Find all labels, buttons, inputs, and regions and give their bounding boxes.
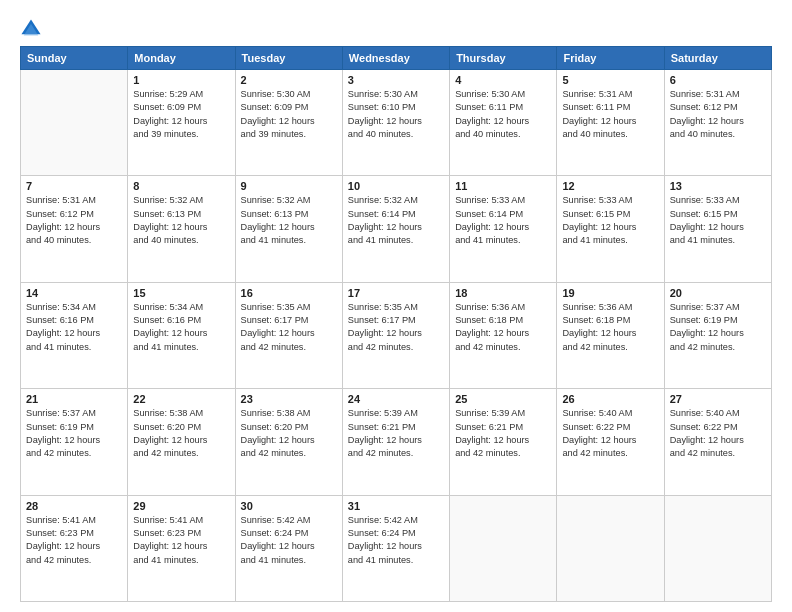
day-info: Sunrise: 5:39 AM Sunset: 6:21 PM Dayligh… [348, 407, 444, 460]
day-info: Sunrise: 5:40 AM Sunset: 6:22 PM Dayligh… [670, 407, 766, 460]
day-number: 4 [455, 74, 551, 86]
day-info: Sunrise: 5:30 AM Sunset: 6:09 PM Dayligh… [241, 88, 337, 141]
day-info: Sunrise: 5:37 AM Sunset: 6:19 PM Dayligh… [670, 301, 766, 354]
calendar-cell: 30Sunrise: 5:42 AM Sunset: 6:24 PM Dayli… [235, 495, 342, 601]
day-info: Sunrise: 5:29 AM Sunset: 6:09 PM Dayligh… [133, 88, 229, 141]
calendar-cell: 29Sunrise: 5:41 AM Sunset: 6:23 PM Dayli… [128, 495, 235, 601]
logo [20, 18, 46, 40]
calendar-cell: 27Sunrise: 5:40 AM Sunset: 6:22 PM Dayli… [664, 389, 771, 495]
calendar-cell [557, 495, 664, 601]
logo-icon [20, 18, 42, 40]
day-number: 1 [133, 74, 229, 86]
calendar-cell: 11Sunrise: 5:33 AM Sunset: 6:14 PM Dayli… [450, 176, 557, 282]
calendar-week-row: 1Sunrise: 5:29 AM Sunset: 6:09 PM Daylig… [21, 70, 772, 176]
day-number: 5 [562, 74, 658, 86]
calendar-header-row: SundayMondayTuesdayWednesdayThursdayFrid… [21, 47, 772, 70]
page: SundayMondayTuesdayWednesdayThursdayFrid… [0, 0, 792, 612]
calendar-cell: 21Sunrise: 5:37 AM Sunset: 6:19 PM Dayli… [21, 389, 128, 495]
day-info: Sunrise: 5:30 AM Sunset: 6:10 PM Dayligh… [348, 88, 444, 141]
day-info: Sunrise: 5:31 AM Sunset: 6:11 PM Dayligh… [562, 88, 658, 141]
day-number: 11 [455, 180, 551, 192]
day-info: Sunrise: 5:41 AM Sunset: 6:23 PM Dayligh… [133, 514, 229, 567]
day-info: Sunrise: 5:39 AM Sunset: 6:21 PM Dayligh… [455, 407, 551, 460]
col-header-tuesday: Tuesday [235, 47, 342, 70]
col-header-monday: Monday [128, 47, 235, 70]
day-number: 14 [26, 287, 122, 299]
calendar-cell: 14Sunrise: 5:34 AM Sunset: 6:16 PM Dayli… [21, 282, 128, 388]
calendar-cell [21, 70, 128, 176]
calendar-cell: 3Sunrise: 5:30 AM Sunset: 6:10 PM Daylig… [342, 70, 449, 176]
calendar-week-row: 7Sunrise: 5:31 AM Sunset: 6:12 PM Daylig… [21, 176, 772, 282]
day-info: Sunrise: 5:31 AM Sunset: 6:12 PM Dayligh… [26, 194, 122, 247]
day-info: Sunrise: 5:35 AM Sunset: 6:17 PM Dayligh… [348, 301, 444, 354]
day-number: 9 [241, 180, 337, 192]
day-info: Sunrise: 5:33 AM Sunset: 6:15 PM Dayligh… [562, 194, 658, 247]
calendar-cell: 1Sunrise: 5:29 AM Sunset: 6:09 PM Daylig… [128, 70, 235, 176]
day-info: Sunrise: 5:42 AM Sunset: 6:24 PM Dayligh… [241, 514, 337, 567]
day-info: Sunrise: 5:34 AM Sunset: 6:16 PM Dayligh… [26, 301, 122, 354]
calendar-cell: 22Sunrise: 5:38 AM Sunset: 6:20 PM Dayli… [128, 389, 235, 495]
day-info: Sunrise: 5:31 AM Sunset: 6:12 PM Dayligh… [670, 88, 766, 141]
calendar-cell: 24Sunrise: 5:39 AM Sunset: 6:21 PM Dayli… [342, 389, 449, 495]
day-number: 28 [26, 500, 122, 512]
header [20, 18, 772, 40]
calendar-cell: 6Sunrise: 5:31 AM Sunset: 6:12 PM Daylig… [664, 70, 771, 176]
day-number: 12 [562, 180, 658, 192]
day-number: 20 [670, 287, 766, 299]
calendar-cell: 17Sunrise: 5:35 AM Sunset: 6:17 PM Dayli… [342, 282, 449, 388]
day-info: Sunrise: 5:33 AM Sunset: 6:14 PM Dayligh… [455, 194, 551, 247]
day-info: Sunrise: 5:32 AM Sunset: 6:13 PM Dayligh… [241, 194, 337, 247]
day-number: 25 [455, 393, 551, 405]
day-number: 23 [241, 393, 337, 405]
col-header-saturday: Saturday [664, 47, 771, 70]
calendar-cell: 2Sunrise: 5:30 AM Sunset: 6:09 PM Daylig… [235, 70, 342, 176]
calendar-cell: 5Sunrise: 5:31 AM Sunset: 6:11 PM Daylig… [557, 70, 664, 176]
day-number: 7 [26, 180, 122, 192]
calendar-cell [450, 495, 557, 601]
calendar-cell: 28Sunrise: 5:41 AM Sunset: 6:23 PM Dayli… [21, 495, 128, 601]
day-number: 6 [670, 74, 766, 86]
day-number: 16 [241, 287, 337, 299]
calendar-cell: 20Sunrise: 5:37 AM Sunset: 6:19 PM Dayli… [664, 282, 771, 388]
day-number: 31 [348, 500, 444, 512]
day-info: Sunrise: 5:36 AM Sunset: 6:18 PM Dayligh… [562, 301, 658, 354]
day-info: Sunrise: 5:41 AM Sunset: 6:23 PM Dayligh… [26, 514, 122, 567]
day-number: 18 [455, 287, 551, 299]
day-info: Sunrise: 5:36 AM Sunset: 6:18 PM Dayligh… [455, 301, 551, 354]
calendar-cell: 10Sunrise: 5:32 AM Sunset: 6:14 PM Dayli… [342, 176, 449, 282]
calendar-cell: 13Sunrise: 5:33 AM Sunset: 6:15 PM Dayli… [664, 176, 771, 282]
day-info: Sunrise: 5:35 AM Sunset: 6:17 PM Dayligh… [241, 301, 337, 354]
day-number: 15 [133, 287, 229, 299]
col-header-sunday: Sunday [21, 47, 128, 70]
calendar-cell: 8Sunrise: 5:32 AM Sunset: 6:13 PM Daylig… [128, 176, 235, 282]
calendar-cell: 23Sunrise: 5:38 AM Sunset: 6:20 PM Dayli… [235, 389, 342, 495]
calendar-cell: 25Sunrise: 5:39 AM Sunset: 6:21 PM Dayli… [450, 389, 557, 495]
day-number: 27 [670, 393, 766, 405]
col-header-thursday: Thursday [450, 47, 557, 70]
day-info: Sunrise: 5:38 AM Sunset: 6:20 PM Dayligh… [133, 407, 229, 460]
calendar-cell: 4Sunrise: 5:30 AM Sunset: 6:11 PM Daylig… [450, 70, 557, 176]
day-number: 10 [348, 180, 444, 192]
calendar-week-row: 28Sunrise: 5:41 AM Sunset: 6:23 PM Dayli… [21, 495, 772, 601]
day-info: Sunrise: 5:33 AM Sunset: 6:15 PM Dayligh… [670, 194, 766, 247]
calendar-table: SundayMondayTuesdayWednesdayThursdayFrid… [20, 46, 772, 602]
day-info: Sunrise: 5:30 AM Sunset: 6:11 PM Dayligh… [455, 88, 551, 141]
day-number: 2 [241, 74, 337, 86]
col-header-wednesday: Wednesday [342, 47, 449, 70]
day-info: Sunrise: 5:34 AM Sunset: 6:16 PM Dayligh… [133, 301, 229, 354]
day-number: 3 [348, 74, 444, 86]
calendar-cell: 12Sunrise: 5:33 AM Sunset: 6:15 PM Dayli… [557, 176, 664, 282]
day-number: 30 [241, 500, 337, 512]
calendar-cell: 9Sunrise: 5:32 AM Sunset: 6:13 PM Daylig… [235, 176, 342, 282]
calendar-cell: 18Sunrise: 5:36 AM Sunset: 6:18 PM Dayli… [450, 282, 557, 388]
day-number: 24 [348, 393, 444, 405]
day-info: Sunrise: 5:40 AM Sunset: 6:22 PM Dayligh… [562, 407, 658, 460]
calendar-week-row: 14Sunrise: 5:34 AM Sunset: 6:16 PM Dayli… [21, 282, 772, 388]
day-number: 22 [133, 393, 229, 405]
calendar-cell: 26Sunrise: 5:40 AM Sunset: 6:22 PM Dayli… [557, 389, 664, 495]
day-number: 17 [348, 287, 444, 299]
calendar-week-row: 21Sunrise: 5:37 AM Sunset: 6:19 PM Dayli… [21, 389, 772, 495]
calendar-cell: 19Sunrise: 5:36 AM Sunset: 6:18 PM Dayli… [557, 282, 664, 388]
day-number: 29 [133, 500, 229, 512]
day-info: Sunrise: 5:38 AM Sunset: 6:20 PM Dayligh… [241, 407, 337, 460]
